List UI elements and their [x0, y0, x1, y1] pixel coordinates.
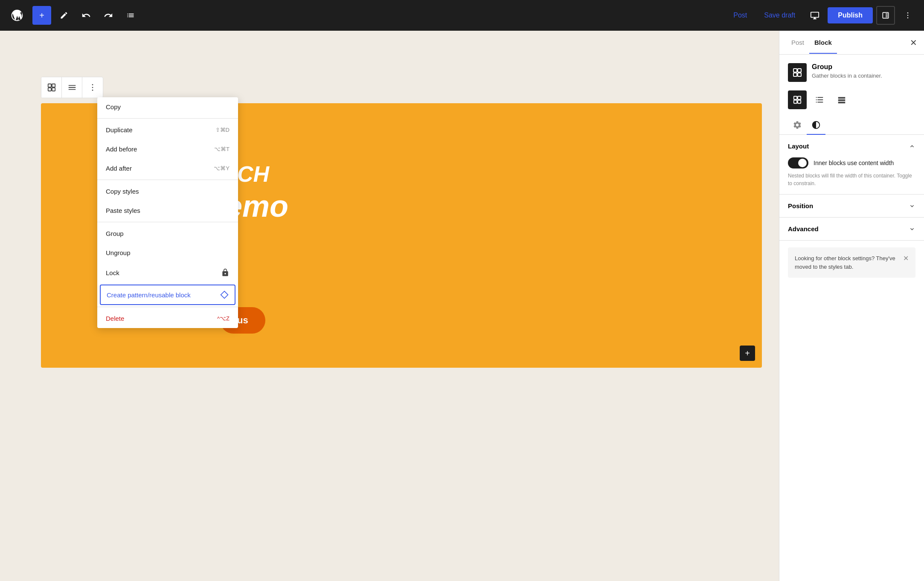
style-btn-group[interactable] [788, 90, 807, 109]
style-btn-stack[interactable] [832, 90, 851, 109]
create-pattern-label: Create pattern/reusable block [107, 291, 191, 299]
block-group-icon [792, 67, 802, 78]
layout-section-title: Layout [788, 142, 809, 150]
block-toolbar [41, 77, 103, 98]
svg-rect-12 [798, 69, 801, 72]
context-menu-lock[interactable]: Lock [97, 262, 238, 283]
svg-rect-11 [793, 69, 797, 72]
pen-icon [60, 11, 68, 20]
canvas-heading-ch: CH [237, 161, 269, 187]
add-before-shortcut: ⌥⌘T [214, 146, 230, 152]
layout-content: Inner blocks use content width Nested bl… [779, 157, 924, 194]
block-title: Group [812, 63, 882, 71]
context-menu-add-after[interactable]: Add after ⌥⌘Y [97, 159, 238, 178]
group-style-icon [793, 95, 802, 105]
context-menu-delete[interactable]: Delete ^⌥Z [97, 309, 238, 328]
block-align-btn[interactable] [62, 77, 82, 98]
position-section-header[interactable]: Position [779, 195, 924, 217]
right-panel: Post Block ✕ Group Gather blocks in a co… [779, 31, 924, 581]
paste-styles-label: Paste styles [106, 207, 140, 214]
copy-label: Copy [106, 103, 121, 110]
divider-2 [97, 180, 238, 180]
advanced-section-header[interactable]: Advanced [779, 218, 924, 240]
context-menu-create-pattern[interactable]: Create pattern/reusable block [100, 285, 235, 305]
duplicate-shortcut: ⇧⌘D [215, 127, 230, 133]
svg-marker-10 [221, 291, 228, 299]
advanced-section-title: Advanced [788, 225, 819, 232]
svg-rect-5 [48, 88, 51, 91]
context-menu-copy[interactable]: Copy [97, 97, 238, 116]
svg-rect-13 [793, 73, 797, 76]
tab-post[interactable]: Post [786, 32, 809, 54]
row-style-icon [815, 95, 824, 105]
block-more-btn[interactable] [82, 77, 103, 98]
context-menu-ungroup[interactable]: Ungroup [97, 243, 238, 262]
style-btn-row[interactable] [810, 90, 829, 109]
duplicate-label: Duplicate [106, 126, 133, 134]
chevron-up-icon [909, 143, 915, 150]
settings-tab-style[interactable] [807, 116, 825, 135]
stack-style-icon [837, 95, 846, 105]
gear-icon [793, 120, 802, 130]
group-label: Group [106, 230, 124, 237]
tab-block[interactable]: Block [809, 32, 837, 54]
undo-button[interactable] [77, 6, 96, 25]
svg-rect-18 [798, 100, 801, 103]
toggle-row: Inner blocks use content width [788, 157, 915, 168]
list-view-button[interactable] [121, 6, 140, 25]
add-block-button[interactable]: + [32, 6, 51, 25]
block-info-text: Group Gather blocks in a container. [812, 63, 882, 79]
save-draft-button[interactable]: Post [726, 8, 754, 23]
svg-rect-14 [798, 73, 801, 76]
panel-close-button[interactable]: ✕ [910, 38, 917, 48]
layout-section-header[interactable]: Layout [779, 135, 924, 157]
layout-section: Layout Inner blocks use content width Ne… [779, 135, 924, 195]
align-icon [67, 83, 77, 92]
panel-tabs: Post Block ✕ [779, 31, 924, 55]
ellipsis-icon [904, 11, 912, 20]
redo-button[interactable] [99, 6, 118, 25]
context-menu-copy-styles[interactable]: Copy styles [97, 182, 238, 201]
context-menu-add-before[interactable]: Add before ⌥⌘T [97, 139, 238, 159]
divider-3 [97, 222, 238, 222]
preview-button[interactable] [805, 6, 824, 25]
block-description: Gather blocks in a container. [812, 73, 882, 79]
lock-icon [221, 268, 230, 277]
inner-blocks-toggle[interactable] [788, 157, 808, 168]
info-box-text: Looking for other block settings? They'v… [795, 254, 899, 271]
info-box-close-button[interactable]: ✕ [903, 254, 909, 262]
wp-logo[interactable] [7, 5, 27, 26]
svg-point-7 [92, 84, 93, 85]
half-circle-icon [811, 120, 821, 130]
advanced-section: Advanced [779, 218, 924, 241]
context-menu-group[interactable]: Group [97, 224, 238, 243]
panel-scroll: Group Gather blocks in a container. [779, 55, 924, 581]
context-menu-paste-styles[interactable]: Paste styles [97, 201, 238, 220]
group-icon [47, 83, 56, 92]
save-draft-btn[interactable]: Save draft [757, 8, 802, 23]
svg-rect-6 [52, 88, 55, 91]
sidebar-toggle-button[interactable] [876, 6, 895, 25]
divider-1 [97, 118, 238, 119]
editor-area: CH Demo us + Copy Duplicate ⇧⌘D Add befo… [0, 31, 779, 581]
publish-button[interactable]: Publish [828, 7, 873, 23]
svg-rect-15 [794, 96, 797, 99]
delete-shortcut: ^⌥Z [217, 315, 230, 322]
list-icon [126, 11, 135, 20]
settings-tab-gear[interactable] [788, 116, 807, 135]
ungroup-label: Ungroup [106, 249, 131, 256]
position-section-title: Position [788, 202, 813, 209]
svg-rect-17 [794, 100, 797, 103]
pen-tool-button[interactable] [55, 6, 73, 25]
position-section: Position [779, 195, 924, 218]
svg-rect-4 [52, 84, 55, 87]
context-menu-duplicate[interactable]: Duplicate ⇧⌘D [97, 120, 238, 139]
lock-label: Lock [106, 269, 119, 276]
context-menu: Copy Duplicate ⇧⌘D Add before ⌥⌘T Add af… [97, 97, 238, 328]
block-info: Group Gather blocks in a container. [779, 55, 924, 87]
more-options-button[interactable] [898, 6, 917, 25]
block-icon-box [788, 63, 807, 82]
block-group-icon-btn[interactable] [41, 77, 62, 98]
chevron-down-icon [909, 203, 915, 209]
canvas-add-block-btn[interactable]: + [740, 346, 755, 361]
